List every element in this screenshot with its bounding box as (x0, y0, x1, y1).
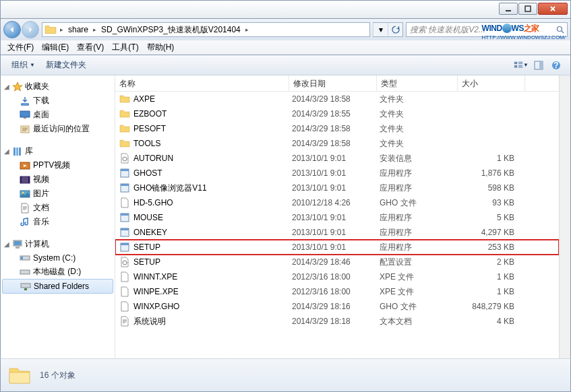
file-type: 应用程序 (380, 242, 460, 253)
svg-rect-16 (13, 148, 16, 156)
file-size: 1,876 KB (460, 168, 521, 178)
menu-tools[interactable]: 工具(T) (108, 40, 142, 55)
sidebar-computer-header[interactable]: ◢计算机 (1, 237, 115, 251)
file-type: GHO 文件 (380, 301, 460, 313)
desktop-icon (20, 110, 30, 121)
music-icon (20, 217, 30, 228)
file-row[interactable]: EZBOOT2014/3/29 18:55文件夹 (115, 106, 559, 121)
sidebar-item-desktop[interactable]: 桌面 (1, 108, 115, 122)
video-icon (20, 174, 30, 185)
svg-rect-5 (518, 63, 522, 63)
new-folder-button[interactable]: 新建文件夹 (40, 57, 92, 73)
svg-rect-22 (28, 176, 30, 183)
file-date: 2013/10/1 9:01 (292, 168, 380, 178)
file-name: AXPE (133, 94, 292, 104)
file-name: WINPE.XPE (133, 287, 292, 296)
sidebar-item-recent[interactable]: 最近访问的位置 (1, 122, 115, 136)
history-dropdown-button[interactable]: ▾ (373, 23, 388, 36)
sidebar-item-videos[interactable]: 视频 (1, 172, 115, 187)
search-input[interactable]: 搜索 快速装机版V2... WINDWS之家 HTTP://WWW.WINDOW… (406, 22, 568, 37)
column-date[interactable]: 修改日期 (289, 75, 377, 91)
scrollbar[interactable] (559, 75, 570, 358)
file-row[interactable]: HD-5.GHO2010/12/18 4:26GHO 文件93 KB (115, 195, 559, 210)
file-row[interactable]: MOUSE2013/10/1 9:01应用程序5 KB (115, 210, 559, 225)
file-row[interactable]: 系统说明2014/3/29 18:18文本文档4 KB (115, 314, 559, 329)
svg-rect-31 (21, 284, 30, 288)
toolbar: 组织 ▼ 新建文件夹 ▼ ? (0, 55, 571, 75)
file-row[interactable]: GHO镜像浏览器V112013/10/1 9:01应用程序598 KB (115, 181, 559, 195)
file-type: 应用程序 (380, 227, 460, 238)
svg-rect-29 (21, 257, 23, 259)
close-button[interactable] (538, 3, 568, 15)
file-name: SETUP (133, 242, 292, 252)
network-drive-icon (20, 281, 31, 292)
file-row[interactable]: TOOLS2014/3/29 18:58文件夹 (115, 136, 559, 151)
file-row[interactable]: SETUP2013/10/1 9:01应用程序253 KB (115, 240, 559, 255)
sidebar-item-shared-folders[interactable]: Shared Folders (2, 279, 113, 294)
file-row[interactable]: GHOST2013/10/1 9:01应用程序1,876 KB (115, 166, 559, 181)
minimize-button[interactable] (499, 3, 518, 15)
column-name[interactable]: 名称 (115, 75, 289, 91)
status-text: 16 个对象 (40, 370, 76, 381)
search-icon (553, 26, 567, 34)
file-row[interactable]: WINXP.GHO2014/3/29 18:16GHO 文件848,279 KB (115, 299, 559, 314)
svg-rect-35 (121, 169, 129, 171)
breadcrumb-item[interactable]: SD_GWinXPSP3_快速装机版V201404 (98, 23, 244, 36)
file-date: 2013/10/1 9:01 (292, 154, 380, 163)
nav-back-button[interactable] (3, 21, 21, 38)
collapse-icon: ◢ (3, 148, 10, 155)
breadcrumb-item[interactable]: share (65, 23, 92, 36)
file-row[interactable]: ONEKEY2013/10/1 9:01应用程序4,297 KB (115, 225, 559, 240)
menu-file[interactable]: 文件(F) (3, 40, 38, 55)
menu-view[interactable]: 查看(V) (73, 40, 108, 55)
file-date: 2014/3/29 18:46 (292, 257, 380, 267)
column-type[interactable]: 类型 (377, 75, 458, 91)
nav-forward-button[interactable] (22, 21, 39, 38)
svg-rect-21 (20, 176, 22, 183)
sidebar-item-pictures[interactable]: 图片 (1, 187, 115, 201)
file-date: 2013/10/1 9:01 (292, 213, 380, 222)
file-list[interactable]: AXPE2014/3/29 18:58文件夹EZBOOT2014/3/29 18… (115, 92, 559, 358)
organize-button[interactable]: 组织 ▼ (6, 57, 40, 73)
maximize-button[interactable] (518, 3, 537, 15)
file-row[interactable]: AXPE2014/3/29 18:58文件夹 (115, 92, 559, 106)
file-row[interactable]: SETUP2014/3/29 18:46配置设置2 KB (115, 255, 559, 269)
sidebar-item-drive-c[interactable]: System (C:) (1, 251, 115, 265)
svg-rect-10 (539, 61, 543, 69)
file-type: 文本文档 (380, 316, 460, 327)
file-name: HD-5.GHO (133, 198, 292, 207)
sidebar-item-pptv[interactable]: PPTV视频 (1, 158, 115, 172)
file-name: SETUP (133, 257, 292, 267)
svg-rect-32 (24, 288, 27, 290)
file-name: WINNT.XPE (133, 272, 292, 282)
address-bar[interactable]: ▸ share ▸ SD_GWinXPSP3_快速装机版V201404 ▸ (42, 22, 370, 37)
view-options-button[interactable]: ▼ (514, 58, 529, 73)
refresh-button[interactable] (388, 23, 402, 36)
sidebar-item-drive-d[interactable]: 本地磁盘 (D:) (1, 265, 115, 279)
file-date: 2014/3/29 18:55 (292, 109, 380, 119)
file-type: 文件夹 (380, 138, 460, 150)
file-size: 848,279 KB (460, 302, 521, 311)
file-row[interactable]: WINPE.XPE2012/3/16 18:00XPE 文件1 KB (115, 284, 559, 299)
sidebar-item-documents[interactable]: 文档 (1, 201, 115, 215)
sidebar-favorites-header[interactable]: ◢收藏夹 (1, 79, 115, 94)
menu-help[interactable]: 帮助(H) (143, 40, 179, 55)
navigation-sidebar: ◢收藏夹 下载 桌面 最近访问的位置 ◢库 PPTV视频 视频 图片 文档 音乐… (1, 75, 115, 358)
svg-rect-20 (20, 176, 30, 183)
file-type: XPE 文件 (380, 271, 460, 283)
svg-rect-30 (20, 270, 30, 274)
file-row[interactable]: AUTORUN2013/10/1 9:01安装信息1 KB (115, 151, 559, 166)
file-type: GHO 文件 (380, 197, 460, 209)
preview-pane-button[interactable] (531, 58, 546, 73)
svg-rect-43 (121, 243, 129, 245)
file-row[interactable]: WINNT.XPE2012/3/16 18:00XPE 文件1 KB (115, 269, 559, 284)
file-row[interactable]: PESOFT2014/3/29 18:58文件夹 (115, 121, 559, 136)
menu-edit[interactable]: 编辑(E) (38, 40, 73, 55)
sidebar-item-music[interactable]: 音乐 (1, 215, 115, 229)
address-row: ▸ share ▸ SD_GWinXPSP3_快速装机版V201404 ▸ ▾ … (0, 19, 571, 40)
sidebar-libraries-header[interactable]: ◢库 (1, 144, 115, 158)
column-size[interactable]: 大小 (458, 75, 525, 91)
sidebar-item-downloads[interactable]: 下载 (1, 94, 115, 108)
svg-rect-8 (518, 67, 522, 67)
help-button[interactable]: ? (549, 58, 564, 73)
